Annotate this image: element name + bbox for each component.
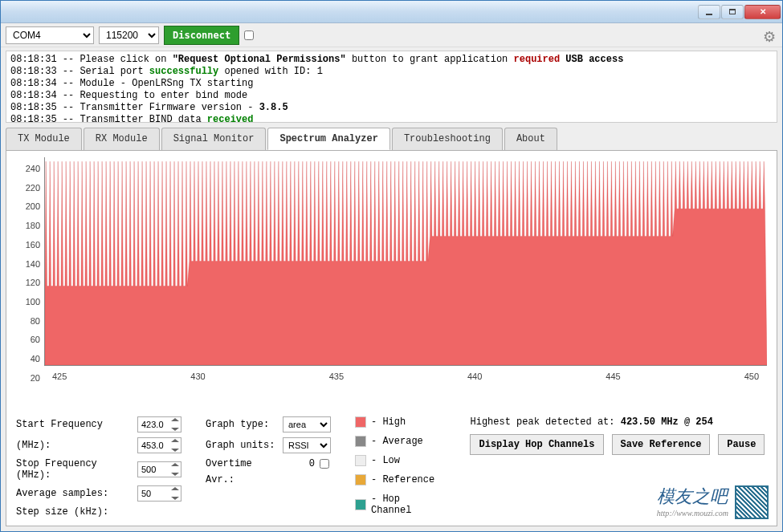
- log-panel[interactable]: 08:18:31 -- Please click on "Request Opt…: [6, 51, 777, 123]
- graph-units-select[interactable]: RSSI: [283, 437, 331, 453]
- graph-type-label: Graph type:: [206, 419, 278, 430]
- tab-tx-module[interactable]: TX Module: [6, 128, 82, 150]
- freq-controls: Start Frequency (MHz): Stop Frequency (M…: [16, 416, 181, 518]
- overtime-label: Overtime: [206, 458, 278, 469]
- controls-row: Start Frequency (MHz): Stop Frequency (M…: [16, 416, 767, 519]
- step-size-label: Step size (kHz):: [16, 506, 133, 518]
- legend-low-label: - Low: [371, 455, 400, 466]
- tab-content: 24022020018016014012010080604020 4254304…: [6, 150, 777, 526]
- avg-samples-label: Average samples:: [16, 488, 133, 499]
- tab-about[interactable]: About: [504, 128, 557, 150]
- stop-freq-input[interactable]: [137, 461, 181, 477]
- minimize-button[interactable]: [698, 5, 720, 19]
- legend-low-swatch: [355, 455, 366, 466]
- tab-spectrum-analyzer[interactable]: Spectrum Analyzer: [267, 128, 389, 150]
- legend: - High - Average - Low - Reference - Hop…: [355, 416, 446, 519]
- close-button[interactable]: ✕: [744, 5, 781, 19]
- graph-type-select[interactable]: area: [283, 416, 331, 433]
- legend-hop-label: - Hop Channel: [371, 493, 447, 516]
- app-body: COM4 115200 Disconnect ⚙ 08:18:31 -- Ple…: [1, 23, 782, 531]
- qr-code: [735, 485, 769, 519]
- toolbar-checkbox[interactable]: [244, 30, 254, 40]
- settings-icon[interactable]: ⚙: [763, 28, 777, 43]
- tab-bar: TX Module RX Module Signal Monitor Spect…: [6, 128, 777, 150]
- peak-panel: Highest peak detected at: 423.50 MHz @ 2…: [470, 416, 767, 455]
- close-icon: ✕: [760, 7, 766, 16]
- mhz-label: (MHz):: [16, 440, 133, 451]
- legend-ref-swatch: [355, 474, 366, 485]
- save-reference-button[interactable]: Save Reference: [612, 434, 711, 455]
- overtime-checkbox[interactable]: [320, 459, 329, 469]
- port-select[interactable]: COM4: [6, 26, 94, 44]
- tab-signal-monitor[interactable]: Signal Monitor: [161, 128, 267, 150]
- legend-avg-label: - Average: [371, 436, 423, 447]
- y-axis: 24022020018016014012010080604020: [16, 157, 44, 407]
- legend-high-swatch: [355, 416, 366, 428]
- peak-label: Highest peak detected at:: [470, 416, 620, 428]
- maximize-icon: [729, 9, 736, 14]
- window-controls: ✕: [697, 5, 781, 19]
- stop-freq-label: Stop Frequency (MHz):: [16, 458, 133, 481]
- titlebar[interactable]: ✕: [1, 1, 782, 23]
- start-freq-input[interactable]: [137, 416, 181, 433]
- legend-high-label: - High: [371, 416, 406, 428]
- start-freq-label: Start Frequency: [16, 419, 133, 430]
- end-freq-input[interactable]: [137, 437, 181, 453]
- tab-troubleshooting[interactable]: Troubleshooting: [392, 128, 503, 150]
- graph-units-label: Graph units:: [206, 440, 278, 451]
- x-axis: 425430435440445450: [44, 372, 767, 381]
- toolbar: COM4 115200 Disconnect ⚙: [1, 23, 782, 47]
- tab-rx-module[interactable]: RX Module: [84, 128, 160, 150]
- pause-button[interactable]: Pause: [718, 434, 765, 455]
- avg-samples-input[interactable]: [137, 485, 181, 502]
- maximize-button[interactable]: [721, 5, 744, 19]
- disconnect-button[interactable]: Disconnect: [164, 26, 239, 45]
- peak-value: 423.50 MHz @ 254: [621, 416, 713, 428]
- chart-area: 425430435440445450: [44, 157, 767, 407]
- spectrum-plot: [44, 157, 767, 366]
- overtime-value: 0: [283, 458, 315, 469]
- legend-ref-label: - Reference: [371, 474, 434, 485]
- baud-select[interactable]: 115200: [99, 26, 159, 44]
- minimize-icon: [706, 14, 712, 15]
- action-buttons: Display Hop Channels Save Reference Paus…: [470, 434, 767, 455]
- app-window: ✕ COM4 115200 Disconnect ⚙ 08:18:31 -- P…: [0, 0, 783, 532]
- display-hop-button[interactable]: Display Hop Channels: [470, 434, 603, 455]
- legend-avg-swatch: [355, 436, 366, 447]
- avr-label: Avr.:: [206, 474, 278, 485]
- graph-controls: Graph type:area Graph units:RSSI Overtim…: [206, 416, 331, 485]
- legend-hop-swatch: [355, 499, 366, 510]
- chart-container: 24022020018016014012010080604020 4254304…: [16, 157, 767, 407]
- watermark-logo: 模友之吧 http://www.mouzi.com: [657, 485, 728, 518]
